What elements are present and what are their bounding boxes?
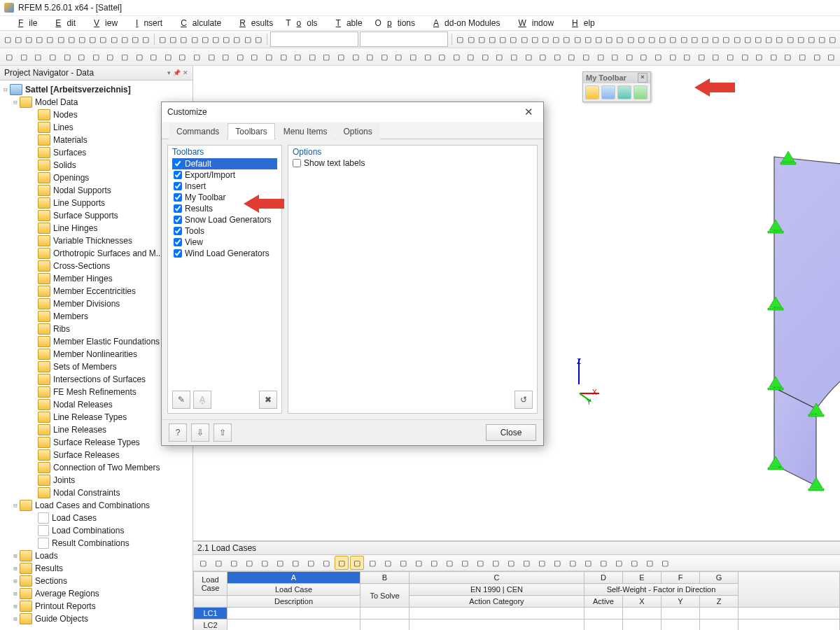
toolbar-button[interactable]: ▢: [24, 32, 33, 46]
toolbar-button[interactable]: ▢: [77, 32, 86, 46]
toolbar-button[interactable]: ▢: [147, 50, 160, 64]
lp-toolbar-button[interactable]: ▢: [643, 556, 657, 570]
lp-toolbar-button[interactable]: ▢: [489, 556, 503, 570]
toolbar-button[interactable]: ▢: [31, 50, 45, 64]
toolbar-button[interactable]: ▢: [421, 50, 434, 64]
tab-toolbars[interactable]: Toolbars: [227, 123, 274, 139]
menu-edit[interactable]: Edit: [44, 17, 81, 29]
tree-item[interactable]: Result Combinations: [1, 537, 192, 550]
toolbar-button[interactable]: ▢: [732, 32, 741, 46]
toolbar-button[interactable]: ▢: [456, 32, 465, 46]
lp-toolbar-button[interactable]: ▢: [196, 556, 210, 570]
toolbar-button[interactable]: ▢: [449, 50, 463, 64]
toolbar-button[interactable]: ▢: [785, 32, 794, 46]
toolbar-button[interactable]: ▢: [120, 32, 129, 46]
toolbar-button[interactable]: ▢: [46, 32, 55, 46]
menu-addon[interactable]: Add-on Modules: [422, 17, 505, 29]
toolbar-button[interactable]: ▢: [752, 50, 766, 64]
toolbar-button[interactable]: ▢: [551, 50, 564, 64]
toolbar-button[interactable]: ▢: [349, 50, 362, 64]
show-text-labels-input[interactable]: [293, 159, 301, 167]
lp-toolbar-button[interactable]: ▢: [350, 556, 364, 570]
tree-group[interactable]: ⊞Sections: [1, 575, 192, 587]
toolbar-button[interactable]: ▢: [806, 32, 816, 46]
lp-toolbar-button[interactable]: ▢: [242, 556, 256, 570]
toolbar-button[interactable]: ▢: [608, 50, 622, 64]
toolbar-button[interactable]: ▢: [666, 50, 679, 64]
lp-toolbar-button[interactable]: ▢: [458, 556, 472, 570]
toolbar-checkbox[interactable]: [174, 249, 182, 258]
toolbar-button[interactable]: ▢: [605, 32, 614, 46]
my-toolbar-btn[interactable]: [617, 85, 631, 99]
toolbar-button[interactable]: ▢: [594, 32, 603, 46]
lp-toolbar-button[interactable]: ▢: [396, 556, 410, 570]
toolbar-checkbox[interactable]: [174, 171, 182, 179]
tree-item[interactable]: Joints: [1, 474, 192, 486]
toolbar-button[interactable]: ▢: [243, 32, 252, 46]
lp-toolbar-button[interactable]: ▢: [258, 556, 272, 570]
toolbar-button[interactable]: ▢: [479, 50, 492, 64]
toolbar-button[interactable]: ▢: [130, 32, 139, 46]
toolbar-list-item[interactable]: Tools: [172, 225, 277, 237]
toolbar-button[interactable]: ▢: [695, 50, 708, 64]
tab-commands[interactable]: Commands: [169, 123, 227, 139]
toolbar-button[interactable]: ▢: [132, 50, 146, 64]
lp-toolbar-button[interactable]: ▢: [535, 556, 549, 570]
toolbar-button[interactable]: ▢: [190, 32, 199, 46]
toolbar-checkbox[interactable]: [174, 216, 182, 224]
toolbar-button[interactable]: ▢: [764, 32, 774, 46]
my-toolbar-floating[interactable]: My Toolbar ×: [582, 71, 651, 102]
my-toolbar-btn[interactable]: [634, 85, 648, 99]
lp-toolbar-button[interactable]: ▢: [304, 556, 318, 570]
toolbar-combo[interactable]: [270, 31, 358, 47]
toolbar-button[interactable]: ▢: [530, 32, 539, 46]
tab-options[interactable]: Options: [335, 123, 379, 139]
toolbar-button[interactable]: ▢: [466, 32, 475, 46]
nav-pin-icon[interactable]: 📌: [173, 69, 181, 76]
toolbar-button[interactable]: ▢: [796, 32, 805, 46]
toolbar-button[interactable]: ▢: [118, 50, 132, 64]
lp-toolbar-button[interactable]: ▢: [427, 556, 441, 570]
menu-help[interactable]: Help: [561, 17, 601, 29]
close-button[interactable]: Close: [486, 424, 536, 441]
toolbar-list-item[interactable]: Wind Load Generators: [172, 248, 277, 259]
toolbar-button[interactable]: ▢: [219, 50, 232, 64]
toolbar-button[interactable]: ▢: [464, 50, 477, 64]
close-icon[interactable]: ×: [638, 73, 648, 83]
toolbar-button[interactable]: ▢: [162, 50, 175, 64]
toolbar-button[interactable]: ▢: [46, 50, 59, 64]
toolbar-button[interactable]: ▢: [204, 50, 218, 64]
toolbar-button[interactable]: ▢: [565, 50, 578, 64]
tree-item[interactable]: Nodal Constraints: [1, 486, 192, 499]
tree-group[interactable]: ⊞Printout Reports: [1, 600, 192, 612]
toolbar-checkbox[interactable]: [174, 204, 182, 213]
toolbar-button[interactable]: ▢: [435, 50, 449, 64]
nav-close-icon[interactable]: ✕: [183, 69, 188, 76]
my-toolbar-btn[interactable]: [601, 85, 615, 99]
toolbar-button[interactable]: ▢: [320, 50, 333, 64]
toolbar-button[interactable]: ▢: [522, 50, 535, 64]
toolbar-button[interactable]: ▢: [392, 50, 405, 64]
toolbar-list-item[interactable]: Export/Import: [172, 169, 277, 181]
toolbar-checkbox[interactable]: [174, 160, 182, 168]
toolbar-button[interactable]: ▢: [262, 50, 276, 64]
toolbar-list-item[interactable]: View: [172, 237, 277, 248]
toolbar-button[interactable]: ▢: [99, 32, 108, 46]
lp-toolbar-button[interactable]: ▢: [550, 556, 564, 570]
tab-menu-items[interactable]: Menu Items: [276, 123, 335, 139]
toolbar-button[interactable]: ▢: [232, 32, 241, 46]
toolbar-button[interactable]: ▢: [679, 32, 688, 46]
delete-toolbar-button[interactable]: ✖: [259, 391, 277, 409]
toolbar-button[interactable]: ▢: [200, 32, 209, 46]
tree-group[interactable]: ⊞Guide Objects: [1, 612, 192, 625]
lp-toolbar-button[interactable]: ▢: [658, 556, 672, 570]
lp-toolbar-button[interactable]: ▢: [596, 556, 610, 570]
tree-item[interactable]: Surface Releases: [1, 449, 192, 461]
toolbar-button[interactable]: ▢: [75, 50, 88, 64]
nav-pin-icon[interactable]: ▾: [167, 69, 171, 76]
lp-toolbar-button[interactable]: ▢: [504, 556, 518, 570]
toolbar-button[interactable]: ▢: [498, 32, 507, 46]
toolbar-button[interactable]: ▢: [18, 50, 31, 64]
toolbar-button[interactable]: ▢: [775, 32, 784, 46]
toolbar-button[interactable]: ▢: [493, 50, 506, 64]
